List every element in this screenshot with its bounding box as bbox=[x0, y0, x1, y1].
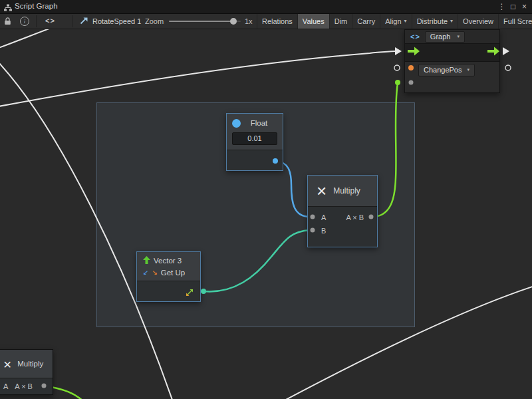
float-type-icon bbox=[232, 119, 241, 128]
info-icon[interactable]: i bbox=[20, 17, 29, 26]
dim-button[interactable]: Dim bbox=[329, 14, 352, 29]
fullscreen-label: Full Screen bbox=[503, 14, 532, 29]
carry-button[interactable]: Carry bbox=[352, 14, 380, 29]
port-a-label: A bbox=[3, 382, 8, 390]
multiply2-node-body: A A × B bbox=[0, 378, 53, 394]
graph-dropdown[interactable]: Graph ▾ bbox=[425, 31, 465, 43]
flow-output-triangle[interactable] bbox=[503, 47, 509, 55]
align-button[interactable]: Align▾ bbox=[380, 14, 411, 29]
overview-label: Overview bbox=[463, 14, 493, 29]
graph-unit-node[interactable]: <> Graph ▾ ChangePos ▾ bbox=[404, 29, 500, 93]
multiply2-row-a: A A × B bbox=[0, 378, 53, 394]
chevron-down-icon: ▾ bbox=[450, 14, 453, 29]
carry-label: Carry bbox=[357, 14, 375, 29]
relations-label: Relations bbox=[262, 14, 293, 29]
vector3-node-title: Vector 3 bbox=[154, 257, 182, 265]
vector3-output-type-icon bbox=[186, 287, 194, 299]
code-view-icon[interactable]: <> bbox=[45, 17, 55, 25]
vector3-node-header: Vector 3 ↙ ↘ Get Up bbox=[137, 252, 200, 281]
toolbar-separator bbox=[36, 15, 37, 27]
vector3-node-body bbox=[137, 281, 200, 301]
titlebar: Script Graph ⋮ □ × bbox=[0, 0, 532, 14]
multiply-node-body: A A × B B bbox=[308, 206, 377, 247]
align-label: Align bbox=[385, 14, 401, 29]
multiply2-node-header: × Multiply bbox=[0, 350, 53, 378]
float-value-wrap: 0.01 bbox=[227, 132, 283, 150]
port-a-label: A bbox=[321, 213, 326, 221]
graph-breadcrumb[interactable]: RotateSpeed 1 bbox=[80, 14, 141, 29]
changepos-dropdown-label: ChangePos bbox=[424, 66, 462, 74]
arrow-down-right-icon: ↘ bbox=[152, 269, 157, 277]
values-label: Values bbox=[303, 14, 325, 29]
wire-white-topleft[interactable] bbox=[0, 29, 55, 48]
multiply-node-2[interactable]: × Multiply A A × B bbox=[0, 349, 53, 395]
overview-button[interactable]: Overview bbox=[458, 14, 498, 29]
zoom-slider-knob[interactable] bbox=[230, 18, 237, 25]
window-title[interactable]: Script Graph bbox=[15, 2, 58, 10]
graph-toolbar: i <> RotateSpeed 1 Zoom 1x Relations Val… bbox=[0, 14, 532, 29]
getup-title-line: ↙ ↘ Get Up bbox=[137, 267, 200, 279]
graph-unit-port-row bbox=[405, 78, 499, 92]
float-node[interactable]: Float 0.01 bbox=[226, 113, 283, 171]
graph-dropdown-label: Graph bbox=[430, 33, 451, 41]
multiply-node-header: × Multiply bbox=[308, 176, 377, 206]
zoom-label: Zoom bbox=[145, 17, 164, 25]
changepos-dropdown[interactable]: ChangePos ▾ bbox=[418, 64, 475, 76]
up-arrow-icon bbox=[143, 256, 150, 265]
code-icon: <> bbox=[410, 33, 420, 41]
graph-unit-object-row: ChangePos ▾ bbox=[405, 62, 499, 78]
chevron-down-icon: ▾ bbox=[404, 14, 407, 29]
empty-input-port[interactable] bbox=[394, 65, 400, 70]
port-result-label: A × B bbox=[15, 382, 33, 390]
port-result-label: A × B bbox=[346, 213, 364, 221]
multiply-node[interactable]: × Multiply A A × B B bbox=[307, 175, 378, 247]
view-toggle-group: Relations Values Dim Carry Align▾ Distri… bbox=[257, 14, 532, 29]
multiply-row-b: B bbox=[308, 224, 377, 237]
window-menu-icon[interactable]: ⋮ bbox=[496, 0, 507, 13]
port-b-label: B bbox=[321, 227, 326, 235]
script-graph-window: Script Graph ⋮ □ × i <> RotateSpeed 1 bbox=[0, 0, 532, 399]
zoom-slider-fill bbox=[169, 21, 234, 22]
close-icon[interactable]: × bbox=[519, 0, 530, 13]
changepos-wire-endpoint-port[interactable] bbox=[395, 80, 400, 85]
empty-output-port[interactable] bbox=[505, 65, 511, 70]
getup-subtitle: Get Up bbox=[161, 269, 185, 277]
vector3-title-line: Vector 3 bbox=[137, 255, 200, 267]
dim-label: Dim bbox=[334, 14, 348, 29]
wire-white-to-graph-input[interactable] bbox=[0, 51, 395, 106]
distribute-button[interactable]: Distribute▾ bbox=[412, 14, 458, 29]
chevron-down-icon: ▾ bbox=[457, 34, 460, 39]
graph-tab-icon bbox=[4, 3, 12, 15]
multiply-icon: × bbox=[317, 182, 327, 200]
multiply2-node-title: Multiply bbox=[17, 360, 43, 368]
multiply-icon: × bbox=[3, 357, 11, 371]
distribute-label: Distribute bbox=[417, 14, 448, 29]
float-node-body bbox=[227, 150, 283, 170]
relations-button[interactable]: Relations bbox=[257, 14, 297, 29]
toolbar-separator bbox=[72, 15, 72, 27]
graph-canvas[interactable]: Float 0.01 × Multiply A A × B B bbox=[0, 29, 532, 399]
values-button[interactable]: Values bbox=[297, 14, 329, 29]
float-value-field[interactable]: 0.01 bbox=[232, 132, 277, 145]
float-node-title: Float bbox=[241, 119, 277, 127]
maximize-icon[interactable]: □ bbox=[507, 0, 519, 13]
arrow-down-left-icon: ↙ bbox=[143, 269, 148, 277]
graph-unit-header: <> Graph ▾ bbox=[405, 30, 499, 43]
graph-asset-icon bbox=[80, 17, 88, 26]
multiply-row-a: A A × B bbox=[308, 211, 377, 224]
zoom-value: 1x bbox=[245, 17, 253, 25]
multiply-node-title: Multiply bbox=[333, 186, 360, 196]
lock-icon[interactable] bbox=[4, 17, 11, 27]
graph-unit-flow-row bbox=[405, 43, 499, 62]
graph-breadcrumb-label: RotateSpeed 1 bbox=[92, 17, 141, 25]
chevron-down-icon: ▾ bbox=[467, 67, 470, 72]
fullscreen-button[interactable]: Full Screen bbox=[498, 14, 532, 29]
vector3-getup-node[interactable]: Vector 3 ↙ ↘ Get Up bbox=[136, 251, 201, 302]
window-controls: ⋮ □ × bbox=[496, 0, 530, 13]
zoom-slider[interactable] bbox=[169, 21, 241, 22]
float-node-header: Float bbox=[227, 114, 283, 132]
flow-input-triangle[interactable] bbox=[395, 47, 402, 55]
